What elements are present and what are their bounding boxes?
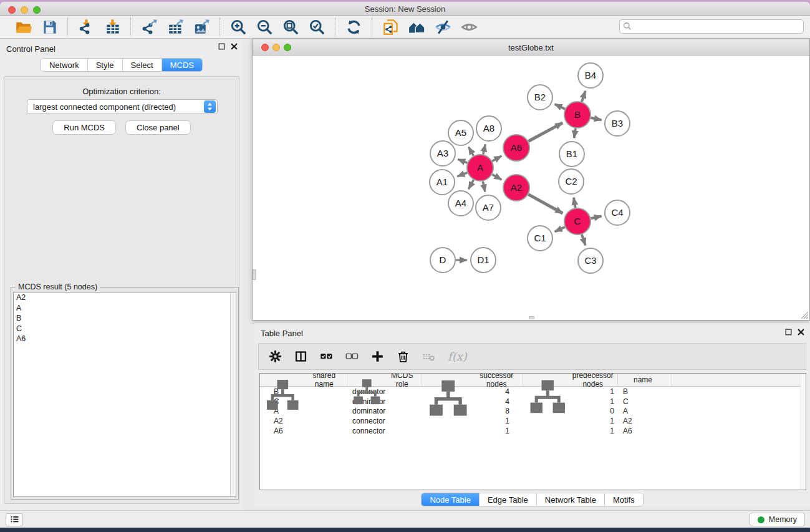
tab-style[interactable]: Style <box>88 59 123 71</box>
mcds-result-title: MCDS result (5 nodes) <box>16 283 100 291</box>
edge-A-A7[interactable] <box>483 181 485 192</box>
table-toolbar: f(x) <box>258 343 806 370</box>
edge-C-C4[interactable] <box>591 216 601 219</box>
show-panels-list-button[interactable] <box>6 513 23 526</box>
tab-node-table[interactable]: Node Table <box>422 493 480 506</box>
column-header-MCDS-role[interactable]: MCDS role <box>347 374 422 386</box>
toolbar-group <box>131 17 219 37</box>
import-table-button[interactable] <box>102 17 123 37</box>
close-panel-button[interactable]: Close panel <box>125 120 191 135</box>
node-label-B2: B2 <box>534 92 546 102</box>
criterion-dropdown[interactable]: largest connected component (directed) <box>27 99 218 114</box>
memory-status-icon <box>758 516 764 523</box>
tab-network-table[interactable]: Network Table <box>537 493 605 506</box>
edge-A-A5[interactable] <box>469 147 474 156</box>
save-session-button[interactable] <box>39 17 60 37</box>
network-view-window: testGlobe.txt B4B2BB3A8A5A6A3B1AA1C2A2A4… <box>252 39 810 321</box>
deselect-all-button[interactable] <box>344 349 359 364</box>
refresh-button[interactable] <box>343 17 364 37</box>
float-panel-icon[interactable] <box>218 42 226 51</box>
zoom-in-button[interactable] <box>228 17 249 37</box>
cell-name: A <box>618 407 672 415</box>
table-scrollbar[interactable] <box>801 374 806 490</box>
cell-predecessor-nodes: 1 <box>523 427 618 435</box>
node-label-A2: A2 <box>511 182 522 193</box>
edge-A6-B[interactable] <box>528 123 562 142</box>
mcds-result-list[interactable]: A2ABCA6 <box>13 292 236 497</box>
tab-select[interactable]: Select <box>123 59 162 71</box>
network-vscroll-thumb[interactable] <box>253 269 256 280</box>
zoom-selected-icon <box>309 19 325 36</box>
edge-B-B4[interactable] <box>582 91 586 102</box>
duplicate-network-button[interactable] <box>380 17 401 37</box>
show-columns-icon <box>294 350 307 363</box>
edge-B-B1[interactable] <box>574 128 576 138</box>
run-mcds-button[interactable]: Run MCDS <box>52 120 116 135</box>
edge-A-A2[interactable] <box>492 175 501 180</box>
zoom-selected-button[interactable] <box>306 17 327 37</box>
tree-icon <box>426 377 471 422</box>
tab-motifs[interactable]: Motifs <box>605 493 643 506</box>
memory-label: Memory <box>769 515 797 524</box>
table-panel-title: Table Panel <box>261 329 303 338</box>
column-header-name[interactable]: name <box>618 374 672 386</box>
open-session-button[interactable] <box>12 17 34 37</box>
dropdown-stepper-icon <box>204 100 216 113</box>
memory-button[interactable]: Memory <box>750 513 805 526</box>
column-header-successor-nodes[interactable]: successor nodes <box>422 374 523 386</box>
edge-C-C1[interactable] <box>555 227 565 231</box>
result-item[interactable]: A <box>14 303 236 314</box>
cell-name: A2 <box>618 417 672 425</box>
result-item[interactable]: B <box>14 313 236 324</box>
birdseye-home-button[interactable] <box>406 17 427 37</box>
edge-A-A8[interactable] <box>483 144 486 154</box>
result-item[interactable]: A2 <box>14 293 236 303</box>
edge-B-B3[interactable] <box>591 118 601 120</box>
table-row[interactable]: A6connector11A6 <box>260 426 806 436</box>
edge-A-A6[interactable] <box>492 156 501 161</box>
edge-C-C3[interactable] <box>582 235 586 245</box>
zoom-fit-button[interactable] <box>280 17 301 37</box>
result-item[interactable]: C <box>14 324 236 334</box>
network-canvas[interactable]: B4B2BB3A8A5A6A3B1AA1C2A2A4A7C4CC1C3DD1 <box>253 56 809 320</box>
close-panel-icon[interactable] <box>230 42 238 51</box>
tree-icon <box>351 377 383 409</box>
edge-A-A4[interactable] <box>468 180 473 189</box>
show-columns-button[interactable] <box>293 349 308 364</box>
column-header-predecessor-nodes[interactable]: predecessor nodes <box>523 374 618 386</box>
tab-mcds[interactable]: MCDS <box>162 59 202 71</box>
select-all-button[interactable] <box>319 349 334 364</box>
zoom-out-icon <box>256 19 273 36</box>
export-network-button[interactable] <box>138 17 160 37</box>
edge-A-A1[interactable] <box>457 173 467 177</box>
export-image-button[interactable] <box>191 17 212 37</box>
function-builder-button[interactable]: f(x) <box>448 350 467 363</box>
tab-edge-table[interactable]: Edge Table <box>480 493 537 506</box>
hide-panels-button[interactable] <box>432 17 453 37</box>
show-panels-button[interactable] <box>458 17 480 37</box>
add-entry-button[interactable] <box>370 349 385 364</box>
optimization-criterion-label: Optimization criterion: <box>4 87 239 96</box>
app-titlebar: Session: New Session <box>0 2 810 16</box>
close-table-panel-icon[interactable] <box>797 328 805 336</box>
network-graph[interactable]: B4B2BB3A8A5A6A3B1AA1C2A2A4A7C4CC1C3DD1 <box>253 56 808 320</box>
column-header-shared-name[interactable]: shared name <box>260 374 347 386</box>
result-item[interactable]: A6 <box>14 334 236 344</box>
edge-B-B2[interactable] <box>555 104 566 109</box>
edge-A2-C[interactable] <box>528 195 562 213</box>
network-hscroll-thumb[interactable] <box>529 316 534 319</box>
search-input[interactable] <box>619 19 804 34</box>
cell-shared-name: A2 <box>260 417 347 425</box>
resize-grip-icon[interactable] <box>801 311 809 319</box>
delete-entry-button[interactable] <box>395 349 410 364</box>
tab-network[interactable]: Network <box>41 59 88 71</box>
float-table-panel-icon[interactable] <box>784 328 793 336</box>
import-network-button[interactable] <box>75 17 97 37</box>
export-table-button[interactable] <box>165 17 186 37</box>
table-settings-button[interactable] <box>268 349 282 364</box>
zoom-out-button[interactable] <box>254 17 275 37</box>
edge-C-C2[interactable] <box>574 198 576 208</box>
cell-shared-name: A6 <box>260 427 347 435</box>
result-list-scrollbar[interactable] <box>230 293 236 496</box>
edge-A-A3[interactable] <box>458 159 467 163</box>
